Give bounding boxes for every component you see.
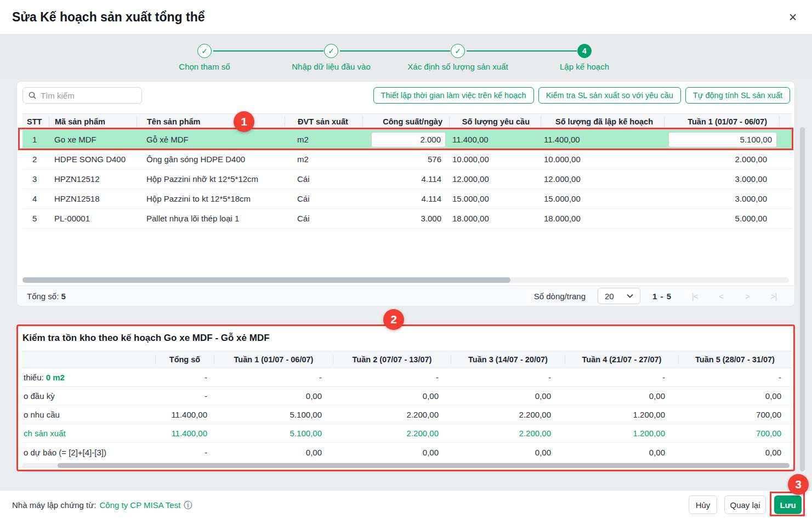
table-row[interactable]: 3 HPZN12512 Hộp Pazzini nhỡ kt 12*5*12cm…	[22, 169, 792, 189]
cell-required: 10.000,00	[449, 155, 541, 164]
horizontal-scrollbar[interactable]	[22, 277, 789, 283]
col-header-required[interactable]: Số lượng yêu cầu	[449, 117, 541, 127]
col-header-week1[interactable]: Tuần 1 (01/07 - 06/07)	[664, 117, 779, 127]
stepper: ✓ Chọn tham số ✓ Nhập dữ liệu đầu vào ✓ …	[0, 34, 812, 79]
col-header-next	[779, 117, 792, 127]
cell-unit: m2	[285, 155, 362, 164]
col-header-unit[interactable]: ĐVT sản xuất	[285, 117, 362, 127]
rows-per-page-select[interactable]: 20	[598, 288, 640, 304]
total-count: Tổng số:5	[27, 292, 66, 301]
cell-week1: -	[214, 373, 333, 382]
check-quantity-button[interactable]: Kiểm tra SL sản xuất so với yêu cầu	[538, 87, 681, 104]
row-label: o đầu kỳ	[22, 391, 155, 401]
setup-working-time-button[interactable]: Thiết lập thời gian làm việc trên kế hoạ…	[373, 87, 534, 104]
col-header-week5[interactable]: Tuần 5 (28/07 - 31/07)	[678, 355, 791, 364]
cell-stt: 3	[22, 174, 49, 184]
cell-planned: 10.000,00	[541, 155, 664, 164]
col-header-planned[interactable]: Số lượng đã lập kế hoạch	[541, 117, 664, 127]
dialog-header: Sửa Kế hoạch sản xuất tổng thể ×	[0, 0, 812, 34]
scrollbar-thumb[interactable]	[58, 463, 790, 468]
prev-page-icon[interactable]: <	[717, 292, 725, 301]
inventory-row: o đầu kỳ - 0,00 0,00 0,00 0,00 0,00	[22, 387, 791, 406]
table-row[interactable]: 2 HDPE SONG D400 Ông gân sóng HDPE D400 …	[22, 150, 792, 169]
table-row-selected[interactable]: 1 Go xe MDF Gỗ xẻ MDF m2 11.400,00 11.40…	[22, 130, 792, 150]
horizontal-scrollbar[interactable]	[22, 463, 790, 468]
cell-week3: -	[451, 373, 565, 382]
row-label: ch sản xuất	[22, 429, 155, 438]
row-label: o dự báo (= [2]+[4]-[3])	[22, 448, 155, 457]
table-row[interactable]: 5 PL-00001 Pallet nhựa lõi thép loại 1 C…	[22, 209, 792, 229]
next-page-icon[interactable]: >	[743, 292, 752, 301]
step-label: Chọn tham số	[133, 62, 276, 71]
cell-week5: -	[678, 373, 791, 382]
cell-capacity: 576	[362, 155, 449, 164]
rows-per-page-value: 20	[605, 292, 614, 301]
week1-input[interactable]	[669, 133, 776, 147]
cell-week2: 0,00	[333, 448, 451, 457]
col-header-week4[interactable]: Tuần 4 (21/07 - 27/07)	[565, 355, 678, 364]
back-button[interactable]: Quay lại	[724, 495, 766, 514]
step-lap-ke-hoach[interactable]: 4 Lập kế hoạch	[513, 44, 656, 71]
col-header-capacity[interactable]: Công suất/ngày	[362, 117, 449, 127]
col-header-stt[interactable]: STT	[22, 117, 49, 127]
cell-week3: 2.200,00	[451, 429, 565, 438]
cell-week3: 0,00	[451, 448, 565, 457]
vertical-scrollbar[interactable]	[800, 127, 805, 471]
info-icon[interactable]: ⓘ	[184, 491, 192, 519]
col-header-name[interactable]: Tên sản phẩm	[137, 117, 285, 127]
cell-week1: 0,00	[214, 448, 333, 457]
cell-stt: 5	[22, 214, 49, 223]
cell-stt: 1	[22, 135, 49, 144]
scrollbar-thumb[interactable]	[22, 277, 510, 283]
close-icon[interactable]: ×	[783, 8, 802, 26]
cell-stt: 2	[22, 155, 49, 164]
cell-week5: 700,00	[678, 410, 791, 419]
cell-week2: 2.200,00	[333, 429, 451, 438]
auto-calc-button[interactable]: Tự động tính SL sản xuất	[685, 87, 790, 104]
cell-week3: 0,00	[451, 391, 565, 401]
cell-code: Go xe MDF	[49, 135, 137, 144]
cell-required: 15.000,00	[449, 194, 541, 203]
inventory-row: thiểu:0 m2 - - - - - -	[22, 368, 791, 387]
col-header-week3[interactable]: Tuần 3 (14/07 - 20/07)	[451, 355, 565, 364]
col-header-code[interactable]: Mã sản phẩm	[49, 117, 137, 127]
row-label-text: thiểu:	[24, 373, 44, 382]
total-label: Tổng số:	[27, 292, 59, 301]
last-page-icon[interactable]: >|	[769, 292, 778, 301]
capacity-input[interactable]	[372, 133, 445, 147]
cell-week4: -	[565, 373, 678, 382]
col-header-week2[interactable]: Tuần 2 (07/07 - 13/07)	[333, 355, 451, 364]
step-chon-tham-so[interactable]: ✓ Chọn tham số	[133, 44, 276, 71]
inventory-table: Tổng số Tuần 1 (01/07 - 06/07) Tuần 2 (0…	[22, 351, 791, 461]
cancel-button[interactable]: Hủy	[689, 495, 717, 514]
col-header-total[interactable]: Tổng số	[155, 355, 214, 364]
cell-code: HPZN12518	[49, 194, 137, 203]
step-nhap-du-lieu[interactable]: ✓ Nhập dữ liệu đầu vào	[260, 44, 402, 71]
cell-code: HPZN12512	[49, 174, 137, 184]
factory-link[interactable]: Công ty CP MISA Test	[100, 491, 181, 519]
cell-week4: 1.200,00	[565, 429, 678, 438]
cell-week1: 3.000,00	[664, 194, 779, 203]
step-check-icon: ✓	[324, 44, 338, 58]
toolbar: Thiết lập thời gian làm việc trên kế hoạ…	[373, 87, 790, 104]
search-box[interactable]	[22, 87, 142, 104]
step-xac-dinh-so-luong[interactable]: ✓ Xác định số lượng sản xuất	[387, 44, 529, 71]
cell-total: 11.400,00	[155, 429, 214, 438]
save-button[interactable]: Lưu	[774, 495, 802, 514]
row-label-highlight: 0 m2	[46, 373, 65, 382]
col-header-empty	[22, 355, 155, 364]
first-page-icon[interactable]: |<	[690, 292, 699, 301]
plan-table: STT Mã sản phẩm Tên sản phẩm ĐVT sản xuấ…	[22, 113, 792, 229]
inventory-table-header: Tổng số Tuần 1 (01/07 - 06/07) Tuần 2 (0…	[22, 351, 791, 368]
plan-panel: Thiết lập thời gian làm việc trên kế hoạ…	[16, 81, 795, 306]
col-header-week1[interactable]: Tuần 1 (01/07 - 06/07)	[214, 355, 333, 364]
page-range: 1 - 5	[652, 292, 672, 301]
week1-input-wrap	[668, 132, 777, 147]
row-label: o nhu cầu	[22, 410, 155, 419]
plan-table-footer: Tổng số:5 Số dòng/trang 20 1 - 5 |< < > …	[17, 286, 794, 306]
annotation-circle-2: 2	[383, 309, 404, 330]
table-row[interactable]: 4 HPZN12518 Hộp Pazzini to kt 12*5*18cm …	[22, 189, 792, 209]
search-input[interactable]	[41, 91, 128, 100]
total-value: 5	[61, 292, 65, 301]
cell-name: Hộp Pazzini nhỡ kt 12*5*12cm	[137, 174, 285, 184]
